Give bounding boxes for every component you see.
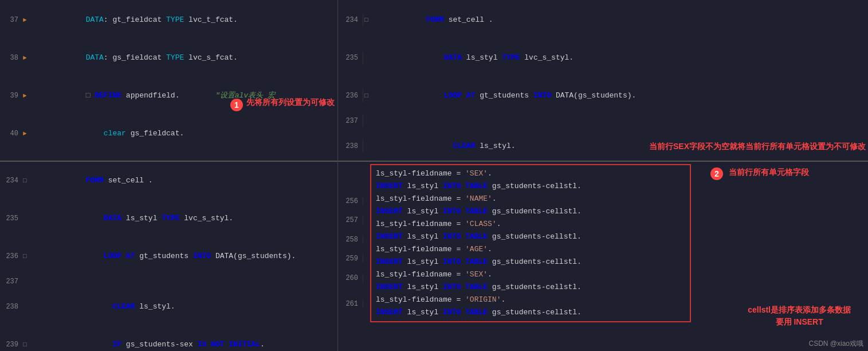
code-line-234: 234 □ FORM set_cell .	[0, 162, 337, 200]
cb-line-1: ls_styl-fieldname = 'SEX'.	[376, 167, 685, 180]
right-top: 234 □ FORM set_cell . 235 DATA ls_styl T…	[338, 0, 868, 161]
cb-line-8: INSERT ls_styl INTO TABLE gs_students-ce…	[376, 256, 685, 268]
right-panel: 234 □ FORM set_cell . 235 DATA ls_styl T…	[338, 0, 868, 351]
code-line-235: 235 DATA ls_styl TYPE lvc_s_styl.	[0, 200, 337, 237]
line-num-237: 237	[2, 275, 23, 288]
cb-line-7: ls_styl-fieldname = 'AGE'.	[376, 243, 685, 256]
code-line-239: 239 □ IF gs_students-sex IS NOT INITIAL.	[0, 326, 337, 351]
right-line-num-257: 257	[340, 216, 363, 224]
line-num-238: 238	[2, 301, 23, 313]
code-line-238: 238 CLEAR ls_styl.	[0, 288, 337, 326]
annotation-2-bubble: 2	[710, 167, 723, 180]
cb-line-12: INSERT ls_styl INTO TABLE gs_students-ce…	[376, 306, 685, 319]
line-num-239: 239	[2, 338, 23, 351]
line-content-238: CLEAR ls_styl.	[32, 288, 335, 326]
right-line-num-259: 259	[340, 255, 363, 263]
red-code-block: ls_styl-fieldname = 'SEX'. INSERT ls_sty…	[370, 164, 691, 322]
right-line-num-234: 234	[340, 14, 363, 26]
annotation-1-bubble: 1	[230, 99, 243, 111]
bottom-annotation-text: cellstl是排序表添加多条数据 要用 INSERT	[748, 304, 851, 328]
line-content-41: gs_fieldcat-fieldname = &1. "对应字段名	[32, 153, 335, 161]
code-line-236: 236 □ LOOP AT gt_students INTO DATA(gs_s…	[0, 237, 337, 275]
right-line-content-234: FORM set_cell .	[372, 1, 866, 39]
code-line-37: 37 ► DATA: gt_fieldcat TYPE lvc_t_fcat.	[0, 1, 337, 39]
right-line-236: 236 □ LOOP AT gt_students INTO DATA(gs_s…	[338, 77, 868, 115]
marker-37: ►	[23, 14, 32, 26]
right-bottom: ls_styl-fieldname = 'SEX'. INSERT ls_sty…	[338, 161, 868, 351]
code-line-237: 237	[0, 275, 337, 288]
marker-236: □	[23, 250, 32, 263]
right-line-237: 237	[338, 115, 868, 127]
right-line-content-236: LOOP AT gt_students INTO DATA(gs_student…	[372, 77, 866, 115]
line-num-39: 39	[2, 89, 23, 102]
line-content-235: DATA ls_styl TYPE lvc_s_styl.	[32, 200, 335, 237]
line-num-37: 37	[2, 14, 23, 26]
marker-40: ►	[23, 127, 32, 140]
line-content-38: DATA: gs_fieldcat TYPE lvc_s_fcat.	[32, 39, 335, 77]
line-content-37: DATA: gt_fieldcat TYPE lvc_t_fcat.	[32, 1, 335, 39]
right-marker-234: □	[363, 14, 372, 26]
right-line-238: 238 CLEAR ls_styl. 当前行SEX字段不为空就将当前行所有单元格…	[338, 127, 868, 161]
right-line-content-238: CLEAR ls_styl.	[372, 127, 632, 161]
line-num-236: 236	[2, 250, 23, 263]
line-content-239: IF gs_students-sex IS NOT INITIAL.	[32, 326, 335, 351]
right-line-234: 234 □ FORM set_cell .	[338, 1, 868, 39]
bottom-ann-line2: 要用 INSERT	[748, 316, 851, 328]
line-content-236: LOOP AT gt_students INTO DATA(gs_student…	[32, 237, 335, 275]
left-top-code: 37 ► DATA: gt_fieldcat TYPE lvc_t_fcat. …	[0, 0, 337, 161]
right-line-num-260: 260	[340, 274, 363, 282]
right-line-num-237: 237	[340, 115, 363, 127]
code-line-41: 41 ► gs_fieldcat-fieldname = &1. "对应字段名	[0, 153, 337, 161]
right-line-content-235: DATA ls_styl TYPE lvc_s_styl.	[372, 39, 866, 77]
cb-line-11: ls_styl-fieldname = 'ORIGIN'.	[376, 294, 685, 306]
cb-line-3: ls_styl-fieldname = 'NAME'.	[376, 193, 685, 205]
right-line-num-261: 261	[340, 300, 363, 308]
line-content-234: FORM set_cell .	[32, 162, 335, 200]
left-bottom-code: 234 □ FORM set_cell . 235 DATA ls_styl T…	[0, 161, 337, 351]
annotation-2-text: 当前行所有单元格字段	[729, 167, 809, 178]
code-line-39: 39 ► □ DEFINE appendfield. "设置alv表头 宏	[0, 77, 337, 115]
cb-line-6: INSERT ls_styl INTO TABLE gs_students-ce…	[376, 231, 685, 243]
line-num-40: 40	[2, 127, 23, 140]
line-content-39: □ DEFINE appendfield. "设置alv表头 宏	[32, 77, 335, 115]
code-line-40: 40 ► clear gs_fieldcat.	[0, 115, 337, 153]
line-num-235: 235	[2, 212, 23, 225]
right-annotation-clear-text: 当前行SEX字段不为空就将当前行所有单元格设置为不可修改	[649, 140, 866, 153]
cb-line-9: ls_styl-fieldname = 'SEX'.	[376, 268, 685, 281]
right-line-num-238: 238	[340, 140, 363, 153]
line-num-38: 38	[2, 52, 23, 64]
cb-line-10: INSERT ls_styl INTO TABLE gs_students-ce…	[376, 281, 685, 294]
right-line-num-256: 256	[340, 197, 363, 205]
annotation-1-text: 先将所有列设置为可修改	[246, 98, 335, 108]
right-marker-236: □	[363, 89, 372, 102]
csdn-watermark: CSDN @xiao戏哦	[808, 339, 863, 349]
right-line-235: 235 DATA ls_styl TYPE lvc_s_styl.	[338, 39, 868, 77]
bottom-ann-line1: cellstl是排序表添加多条数据	[748, 304, 851, 316]
cb-line-5: ls_styl-fieldname = 'CLASS'.	[376, 218, 685, 231]
line-content-40: clear gs_fieldcat.	[32, 115, 335, 153]
marker-234: □	[23, 174, 32, 187]
left-top-code-area: 37 ► DATA: gt_fieldcat TYPE lvc_t_fcat. …	[0, 0, 337, 161]
right-line-num-236: 236	[340, 89, 363, 102]
marker-39: ►	[23, 89, 32, 102]
line-num-234: 234	[2, 174, 23, 187]
left-panel: 37 ► DATA: gt_fieldcat TYPE lvc_t_fcat. …	[0, 0, 338, 351]
main-container: 37 ► DATA: gt_fieldcat TYPE lvc_t_fcat. …	[0, 0, 868, 351]
code-line-38: 38 ► DATA: gs_fieldcat TYPE lvc_s_fcat.	[0, 39, 337, 77]
right-line-num-258: 258	[340, 236, 363, 244]
marker-239: □	[23, 338, 32, 351]
left-bottom-code-area: 234 □ FORM set_cell . 235 DATA ls_styl T…	[0, 162, 337, 351]
marker-38: ►	[23, 52, 32, 64]
right-top-code: 234 □ FORM set_cell . 235 DATA ls_styl T…	[338, 0, 868, 161]
cb-line-2: INSERT ls_styl INTO TABLE gs_students-ce…	[376, 180, 685, 193]
right-line-num-235: 235	[340, 52, 363, 64]
cb-line-4: INSERT ls_styl INTO TABLE gs_students-ce…	[376, 205, 685, 218]
